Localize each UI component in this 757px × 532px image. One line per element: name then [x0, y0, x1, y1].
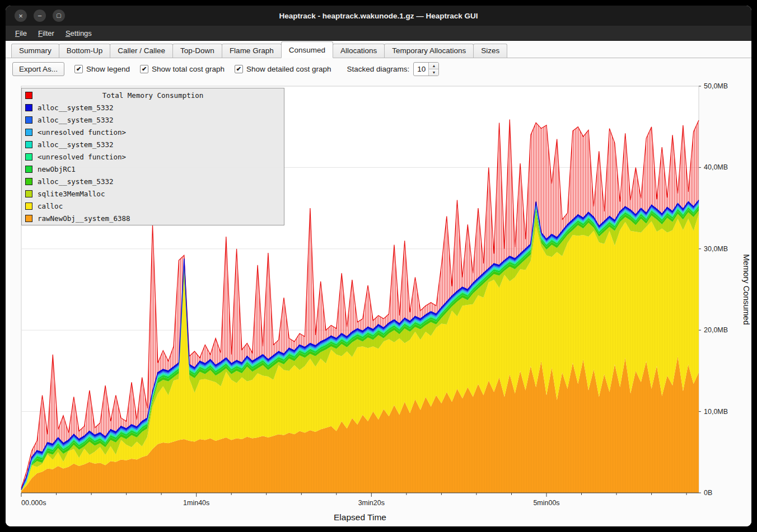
menu-settings[interactable]: Settings: [60, 27, 97, 39]
checkbox-box[interactable]: ✔: [235, 65, 243, 73]
menu-filter[interactable]: Filter: [33, 27, 59, 39]
export-as-button[interactable]: Export As...: [12, 62, 64, 76]
tab-bottom-up[interactable]: Bottom-Up: [59, 44, 111, 58]
svg-text:Memory Consumed: Memory Consumed: [742, 254, 751, 325]
checkbox-box[interactable]: ✔: [74, 65, 83, 73]
legend-item: alloc__system_5332: [22, 101, 284, 114]
legend-item: alloc__system_5332: [22, 114, 284, 126]
chart-legend: Total Memory Consumption alloc__system_5…: [21, 88, 284, 225]
legend-item: newObjRC1: [22, 163, 284, 175]
checkbox-label: Show detailed cost graph: [246, 65, 331, 73]
svg-text:5min00s: 5min00s: [533, 499, 559, 507]
checkbox-label: Show total cost graph: [152, 65, 225, 73]
legend-item: alloc__system_5332: [22, 175, 284, 187]
svg-text:3min20s: 3min20s: [358, 499, 385, 507]
window-title: Heaptrack - heaptrack.wakunode.1.gz — He…: [6, 12, 751, 20]
checkbox-show-legend[interactable]: ✔Show legend: [74, 65, 130, 73]
stacked-diagrams-spinbox[interactable]: 10 ▲ ▼: [413, 62, 439, 76]
tab-sizes[interactable]: Sizes: [473, 44, 507, 58]
legend-title: Total Memory Consumption: [22, 91, 284, 100]
legend-swatch: [25, 104, 32, 111]
legend-swatch: [25, 203, 32, 210]
tab-caller-callee[interactable]: Caller / Callee: [110, 44, 173, 58]
legend-label: newObjRC1: [38, 165, 76, 173]
window-controls: ×−▢: [15, 10, 65, 22]
legend-item: rawNewObj__system_6388: [22, 212, 284, 224]
legend-label: <unresolved function>: [38, 153, 126, 161]
toolbar-checkboxes: ✔Show legend✔Show total cost graph✔Show …: [74, 65, 331, 73]
checkbox-box[interactable]: ✔: [140, 65, 148, 73]
legend-swatch: [25, 178, 32, 185]
app-window: ×−▢ Heaptrack - heaptrack.wakunode.1.gz …: [6, 6, 751, 526]
toolbar: Export As... ✔Show legend✔Show total cos…: [6, 58, 751, 79]
svg-text:40,0MB: 40,0MB: [704, 163, 728, 171]
legend-item: <unresolved function>: [22, 150, 284, 163]
legend-swatch: [25, 153, 32, 161]
spin-up-icon[interactable]: ▲: [429, 63, 438, 69]
menu-file[interactable]: File: [10, 27, 32, 39]
svg-text:0B: 0B: [704, 489, 712, 497]
close-button[interactable]: ×: [15, 10, 27, 22]
legend-label: rawNewObj__system_6388: [38, 214, 130, 223]
maximize-button[interactable]: ▢: [53, 10, 65, 22]
legend-swatch: [25, 141, 32, 148]
y-axis: 0B10,0MB20,0MB30,0MB40,0MB50,0MBMemory C…: [699, 82, 751, 497]
legend-label: alloc__system_5332: [38, 103, 113, 112]
legend-item: calloc: [22, 200, 284, 212]
tab-allocations[interactable]: Allocations: [333, 44, 385, 58]
legend-swatch: [25, 166, 32, 173]
minimize-button[interactable]: −: [34, 10, 46, 22]
legend-label: alloc__system_5332: [38, 140, 113, 149]
menu-bar: FileFilterSettings: [6, 26, 751, 41]
legend-swatch: [25, 116, 32, 124]
tab-flame-graph[interactable]: Flame Graph: [222, 44, 282, 58]
spin-down-icon[interactable]: ▼: [429, 69, 438, 76]
spin-buttons: ▲ ▼: [428, 63, 438, 76]
legend-label: calloc: [38, 202, 63, 210]
stacked-diagrams-label: Stacked diagrams:: [347, 65, 410, 73]
legend-swatch: [25, 129, 32, 136]
checkbox-show-detailed-cost-graph[interactable]: ✔Show detailed cost graph: [235, 65, 331, 73]
legend-swatch: [25, 215, 32, 222]
legend-title-row: Total Memory Consumption: [22, 89, 284, 101]
legend-label: alloc__system_5332: [38, 116, 113, 124]
stacked-diagrams-value[interactable]: 10: [414, 63, 428, 76]
checkbox-label: Show legend: [86, 65, 130, 73]
legend-label: <unresolved function>: [38, 128, 126, 136]
legend-label: alloc__system_5332: [38, 177, 113, 186]
svg-text:20,0MB: 20,0MB: [704, 326, 728, 334]
title-bar: ×−▢ Heaptrack - heaptrack.wakunode.1.gz …: [6, 6, 751, 26]
legend-swatch: [25, 190, 32, 197]
legend-item: alloc__system_5332: [22, 138, 284, 150]
legend-items: alloc__system_5332alloc__system_5332<unr…: [22, 101, 284, 224]
svg-text:00.000s: 00.000s: [21, 499, 46, 507]
tab-temporary-allocations[interactable]: Temporary Allocations: [384, 44, 474, 58]
stacked-diagrams-control: Stacked diagrams: 10 ▲ ▼: [347, 62, 440, 76]
tab-top-down[interactable]: Top-Down: [172, 44, 222, 58]
legend-label: sqlite3MemMalloc: [38, 190, 105, 198]
legend-item: <unresolved function>: [22, 126, 284, 138]
checkbox-show-total-cost-graph[interactable]: ✔Show total cost graph: [140, 65, 225, 73]
legend-item: sqlite3MemMalloc: [22, 187, 284, 200]
tab-summary[interactable]: Summary: [11, 44, 59, 58]
svg-text:Elapsed Time: Elapsed Time: [334, 512, 386, 522]
x-axis: 00.000s1min40s3min20s5min00sElapsed Time: [21, 493, 699, 522]
tab-bar: SummaryBottom-UpCaller / CalleeTop-DownF…: [6, 41, 751, 58]
chart-area: 00.000s1min40s3min20s5min00sElapsed Time…: [6, 79, 751, 526]
svg-text:1min40s: 1min40s: [183, 499, 209, 507]
tab-consumed[interactable]: Consumed: [281, 41, 333, 58]
svg-text:30,0MB: 30,0MB: [704, 245, 728, 253]
svg-text:10,0MB: 10,0MB: [704, 408, 728, 416]
svg-text:50,0MB: 50,0MB: [704, 82, 728, 90]
